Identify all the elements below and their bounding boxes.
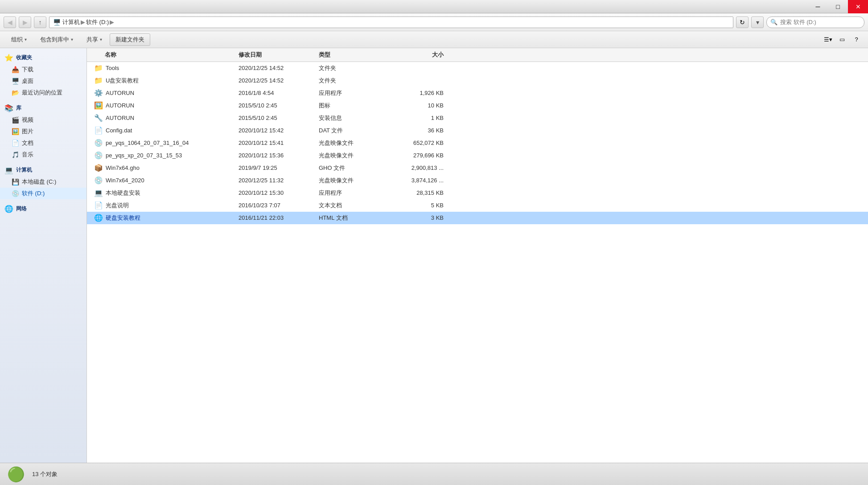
file-name-text: pe_yqs_xp_20_07_31_15_53: [106, 152, 182, 159]
back-button[interactable]: ◀: [4, 16, 16, 28]
file-name: 💿 Win7x64_2020: [87, 176, 239, 185]
file-list-header: 名称 修改日期 类型 大小: [87, 48, 868, 62]
share-button[interactable]: 共享 ▾: [81, 33, 108, 46]
table-row[interactable]: 🔧 AUTORUN 2015/5/10 2:45 安装信息 1 KB: [87, 112, 868, 124]
address-dropdown-button[interactable]: ▾: [751, 16, 764, 28]
network-icon: 🌐: [4, 205, 13, 213]
preview-pane-button[interactable]: ▭: [836, 34, 848, 45]
table-row[interactable]: 📄 光盘说明 2016/10/23 7:07 文本文档 5 KB: [87, 199, 868, 212]
table-row[interactable]: 💿 Win7x64_2020 2020/12/25 11:32 光盘映像文件 3…: [87, 174, 868, 187]
file-type: HTML 文档: [319, 214, 390, 222]
table-row[interactable]: 🌐 硬盘安装教程 2016/11/21 22:03 HTML 文档 3 KB: [87, 212, 868, 224]
table-row[interactable]: 💿 pe_yqs_1064_20_07_31_16_04 2020/10/12 …: [87, 137, 868, 149]
file-size: 1,926 KB: [390, 90, 453, 96]
sidebar-item-downloads[interactable]: 📥 下载: [0, 64, 86, 75]
table-row[interactable]: 📁 U盘安装教程 2020/12/25 14:52 文件夹: [87, 74, 868, 87]
sidebar-recent-label: 最近访问的位置: [22, 89, 62, 97]
file-type: 应用程序: [319, 89, 390, 97]
sidebar-computer-header: 💻 计算机: [0, 164, 86, 176]
file-date: 2016/11/21 22:03: [239, 214, 319, 221]
file-name: 💿 pe_yqs_1064_20_07_31_16_04: [87, 139, 239, 147]
status-bar: 🟢 13 个对象: [0, 463, 868, 485]
path-computer-label: 计算机: [62, 18, 80, 26]
table-row[interactable]: 🖼️ AUTORUN 2015/5/10 2:45 图标 10 KB: [87, 99, 868, 112]
table-row[interactable]: ⚙️ AUTORUN 2016/1/8 4:54 应用程序 1,926 KB: [87, 87, 868, 99]
new-folder-button[interactable]: 新建文件夹: [110, 33, 150, 46]
sidebar-item-desktop[interactable]: 🖥️ 桌面: [0, 75, 86, 87]
search-box[interactable]: 🔍: [766, 16, 864, 28]
file-type: 文件夹: [319, 64, 390, 72]
minimize-button[interactable]: ─: [808, 0, 828, 13]
file-list: 📁 Tools 2020/12/25 14:52 文件夹 📁 U盘安装教程 20…: [87, 62, 868, 463]
file-name-text: U盘安装教程: [106, 77, 139, 85]
sidebar-item-local-c[interactable]: 💾 本地磁盘 (C:): [0, 176, 86, 188]
organize-button[interactable]: 组织 ▾: [5, 33, 33, 46]
table-row[interactable]: 📄 Config.dat 2020/10/12 15:42 DAT 文件 36 …: [87, 124, 868, 137]
sidebar-network-header: 🌐 网络: [0, 203, 86, 215]
file-type-icon: 📁: [94, 76, 103, 85]
maximize-button[interactable]: □: [828, 0, 848, 13]
address-path[interactable]: 🖥️ 计算机 ▶ 软件 (D:) ▶: [49, 16, 733, 28]
table-row[interactable]: 💿 pe_yqs_xp_20_07_31_15_53 2020/10/12 15…: [87, 149, 868, 162]
file-date: 2020/10/12 15:41: [239, 140, 319, 146]
close-button[interactable]: ✕: [848, 0, 868, 13]
file-type: GHO 文件: [319, 164, 390, 172]
computer-icon: 💻: [4, 166, 13, 174]
include-library-button[interactable]: 包含到库中 ▾: [34, 33, 79, 46]
refresh-button[interactable]: ↻: [736, 16, 749, 28]
share-label: 共享: [86, 36, 98, 44]
column-type[interactable]: 类型: [319, 51, 390, 59]
sidebar-item-software-d[interactable]: 💿 软件 (D:): [0, 188, 86, 199]
sidebar-item-recent[interactable]: 📂 最近访问的位置: [0, 87, 86, 99]
sidebar-section-favorites: ⭐ 收藏夹 📥 下载 🖥️ 桌面 📂 最近访问的位置: [0, 52, 86, 99]
file-name-text: Config.dat: [106, 127, 132, 134]
file-type-icon: 📄: [94, 126, 103, 135]
column-size[interactable]: 大小: [390, 51, 453, 59]
file-size: 2,900,813 ...: [390, 164, 453, 171]
table-row[interactable]: 📦 Win7x64.gho 2019/9/7 19:25 GHO 文件 2,90…: [87, 162, 868, 174]
status-icon: 🟢: [7, 466, 25, 483]
sidebar-computer-label: 计算机: [16, 166, 32, 174]
desktop-icon: 🖥️: [12, 78, 19, 85]
sidebar-item-documents[interactable]: 📄 文档: [0, 137, 86, 149]
file-date: 2020/10/12 15:36: [239, 152, 319, 159]
sidebar: ⭐ 收藏夹 📥 下载 🖥️ 桌面 📂 最近访问的位置 📚 库: [0, 48, 87, 463]
file-type-icon: 🌐: [94, 214, 103, 222]
view-mode-button[interactable]: ☰ ▾: [822, 34, 834, 45]
file-name-text: Win7x64.gho: [106, 164, 140, 171]
sidebar-desktop-label: 桌面: [22, 77, 33, 85]
view-arrow: ▾: [829, 36, 832, 43]
sidebar-item-music[interactable]: 🎵 音乐: [0, 149, 86, 160]
forward-button[interactable]: ▶: [19, 16, 31, 28]
path-drive-label: 软件 (D:): [86, 18, 109, 26]
share-arrow: ▾: [100, 37, 102, 42]
file-type: 图标: [319, 102, 390, 110]
sidebar-software-d-label: 软件 (D:): [22, 189, 45, 197]
view-controls: ☰ ▾ ▭ ?: [822, 34, 863, 45]
column-name[interactable]: 名称: [87, 51, 239, 59]
title-bar-controls: ─ □ ✕: [808, 0, 868, 13]
file-type: 光盘映像文件: [319, 139, 390, 147]
sidebar-item-videos[interactable]: 🎬 视频: [0, 114, 86, 126]
file-name: 📄 Config.dat: [87, 126, 239, 135]
up-button[interactable]: ↑: [34, 16, 46, 28]
file-type: 文件夹: [319, 77, 390, 85]
path-drive: 软件 (D:): [86, 18, 109, 26]
file-name: 📁 U盘安装教程: [87, 76, 239, 85]
sidebar-local-c-label: 本地磁盘 (C:): [22, 178, 56, 186]
sidebar-network-label: 网络: [16, 205, 27, 213]
table-row[interactable]: 💻 本地硬盘安装 2020/10/12 15:30 应用程序 28,315 KB: [87, 187, 868, 199]
help-button[interactable]: ?: [850, 34, 863, 45]
file-date: 2020/10/12 15:30: [239, 189, 319, 196]
file-date: 2016/10/23 7:07: [239, 202, 319, 209]
column-date[interactable]: 修改日期: [239, 51, 319, 59]
address-bar: ◀ ▶ ↑ 🖥️ 计算机 ▶ 软件 (D:) ▶ ↻ ▾ 🔍: [0, 13, 868, 31]
sidebar-item-images[interactable]: 🖼️ 图片: [0, 126, 86, 137]
file-date: 2015/5/10 2:45: [239, 115, 319, 121]
file-name-text: pe_yqs_1064_20_07_31_16_04: [106, 140, 189, 146]
file-type: 安装信息: [319, 114, 390, 122]
search-input[interactable]: [780, 19, 860, 25]
table-row[interactable]: 📁 Tools 2020/12/25 14:52 文件夹: [87, 62, 868, 74]
file-type: 光盘映像文件: [319, 177, 390, 185]
file-size: 279,696 KB: [390, 152, 453, 159]
